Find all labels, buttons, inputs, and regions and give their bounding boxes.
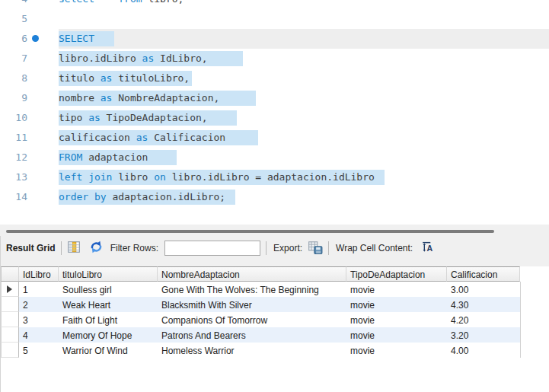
row-selector-cell[interactable] (1, 343, 19, 358)
column-header-tituloLibro[interactable]: tituloLibro (59, 266, 158, 282)
selected-text: libro.idLibro as IdLibro, (59, 51, 243, 66)
code-lines: 4select * from libro;56SELECT7libro.idLi… (0, 0, 549, 207)
selected-text: SELECT (59, 31, 114, 46)
editor-gutter: 9 (0, 88, 42, 108)
result-grid-title: Result Grid (6, 243, 56, 253)
filter-rows-input[interactable] (164, 241, 260, 256)
cell-Calificacion[interactable]: 3.00 (447, 282, 520, 297)
editor-gutter: 4 (0, 0, 42, 9)
row-selector-cell[interactable] (1, 327, 19, 343)
editor-gutter: 7 (0, 49, 42, 69)
refresh-icon[interactable] (90, 241, 103, 256)
code-line-10[interactable]: 10tipo as TipoDeAdaptacion, (0, 108, 549, 128)
cell-tituloLibro[interactable]: Memory Of Hope (59, 327, 158, 343)
cell-TipoDeAdaptacion[interactable]: movie (346, 343, 447, 358)
result-panel-header: Result Grid Filter Rows: (0, 225, 549, 266)
code-line-8[interactable]: 8titulo as tituloLibro, (0, 69, 549, 88)
editor-gutter: 14 (0, 187, 42, 207)
line-number: 9 (0, 88, 27, 108)
cell-tituloLibro[interactable]: Warrior Of Wind (59, 343, 158, 358)
mysql-workbench-sql-editor-panel: 4select * from libro;56SELECT7libro.idLi… (0, 0, 549, 392)
editor-gutter: 12 (0, 148, 42, 167)
column-header-Calificacion[interactable]: Calificacion (447, 266, 520, 282)
line-number: 10 (0, 108, 27, 128)
row-selector-cell[interactable] (1, 282, 19, 297)
wrap-cell-content-label: Wrap Cell Content: (336, 243, 413, 253)
cell-TipoDeAdaptacion[interactable]: movie (346, 327, 447, 343)
row-selector-cell[interactable] (1, 312, 19, 327)
toolbar-separator (61, 241, 62, 255)
table-row-5: 5Warrior Of WindHomeless Warriormovie4.0… (1, 343, 521, 358)
line-number: 7 (0, 49, 27, 69)
cell-tituloLibro[interactable]: Faith Of Light (59, 312, 158, 327)
result-grid-table: IdLibrotituloLibroNombreAdaptacionTipoDe… (1, 266, 521, 358)
result-grid-icon[interactable] (67, 241, 81, 256)
export-grid-save-icon[interactable] (308, 241, 323, 257)
code-line-13[interactable]: 13left join libro on libro.idLibro = ada… (0, 167, 549, 187)
export-label: Export: (273, 243, 302, 253)
table-row-2: 2Weak HeartBlacksmith With Silvermovie4.… (1, 297, 521, 312)
cell-TipoDeAdaptacion[interactable]: movie (346, 312, 447, 327)
cell-IdLibro[interactable]: 1 (19, 282, 59, 297)
row-selector-header[interactable] (1, 266, 19, 282)
table-row-3: 3Faith Of LightCompanions Of Tomorrowmov… (1, 312, 521, 327)
row-selector-cell[interactable] (1, 297, 19, 312)
code-line-11[interactable]: 11calificacion as Calificacion (0, 128, 549, 148)
cell-Calificacion[interactable]: 4.30 (447, 297, 520, 312)
svg-text:A: A (427, 244, 433, 253)
cell-TipoDeAdaptacion[interactable]: movie (346, 297, 447, 312)
code-line-9[interactable]: 9nombre as NombreAdaptacion, (0, 88, 549, 108)
selected-text: tipo as TipoDeAdaptacion, (59, 110, 237, 126)
editor-gutter: 13 (0, 167, 42, 187)
line-number: 14 (0, 187, 27, 207)
cell-IdLibro[interactable]: 5 (19, 343, 59, 358)
column-header-TipoDeAdaptacion[interactable]: TipoDeAdaptacion (346, 266, 447, 282)
panel-left-border (0, 236, 1, 392)
cell-NombreAdaptacion[interactable]: Patrons And Bearers (158, 327, 346, 343)
code-line-7[interactable]: 7libro.idLibro as IdLibro, (0, 49, 549, 69)
cell-Calificacion[interactable]: 4.20 (447, 312, 520, 327)
editor-gutter: 8 (0, 69, 42, 88)
column-header-NombreAdaptacion[interactable]: NombreAdaptacion (158, 266, 346, 282)
selected-text: titulo as tituloLibro, (59, 71, 192, 86)
editor-gutter: 5 (0, 9, 42, 29)
wrap-cell-content-icon[interactable]: A (420, 241, 433, 256)
selected-text: left join libro on libro.idLibro = adapt… (59, 170, 385, 185)
cell-NombreAdaptacion[interactable]: Homeless Warrior (158, 343, 346, 358)
cell-tituloLibro[interactable]: Weak Heart (59, 297, 158, 312)
toolbar-separator (328, 241, 329, 255)
cell-NombreAdaptacion[interactable]: Gone With The Wolves: The Beginning (158, 282, 346, 297)
code-line-14[interactable]: 14order by adaptacion.idLibro; (0, 187, 549, 207)
line-number: 4 (0, 0, 27, 9)
editor-gutter: 6 (0, 29, 42, 49)
selected-text: calificacion as Calificacion (59, 130, 258, 145)
cell-NombreAdaptacion[interactable]: Companions Of Tomorrow (158, 312, 346, 327)
cell-IdLibro[interactable]: 3 (19, 312, 59, 327)
cell-NombreAdaptacion[interactable]: Blacksmith With Silver (158, 297, 346, 312)
cell-IdLibro[interactable]: 4 (19, 327, 59, 343)
line-number: 13 (0, 167, 27, 187)
statement-marker-dot (32, 35, 39, 42)
editor-gutter: 11 (0, 128, 42, 148)
table-row-1: 1Soulless girlGone With The Wolves: The … (1, 282, 521, 297)
cell-tituloLibro[interactable]: Soulless girl (59, 282, 158, 297)
result-grid-body: 1Soulless girlGone With The Wolves: The … (1, 282, 521, 358)
selected-text: order by adaptacion.idLibro; (59, 190, 235, 205)
line-number: 11 (0, 128, 27, 148)
current-row-arrow-icon (7, 285, 12, 293)
code-line-6[interactable]: 6SELECT (0, 29, 549, 49)
sql-editor[interactable]: 4select * from libro;56SELECT7libro.idLi… (0, 0, 549, 225)
line-number: 12 (0, 148, 27, 167)
cell-Calificacion[interactable]: 4.00 (447, 343, 520, 358)
code-line-4[interactable]: 4select * from libro; (0, 0, 549, 9)
editor-results-splitter[interactable] (6, 230, 494, 233)
editor-gutter: 10 (0, 108, 42, 128)
code-line-12[interactable]: 12FROM adaptacion (0, 148, 549, 167)
line-number: 5 (0, 9, 27, 29)
cell-IdLibro[interactable]: 2 (19, 297, 59, 312)
cell-TipoDeAdaptacion[interactable]: movie (346, 282, 447, 297)
code-line-5[interactable]: 5 (0, 9, 549, 29)
column-header-IdLibro[interactable]: IdLibro (19, 266, 59, 282)
result-grid-header-row: IdLibrotituloLibroNombreAdaptacionTipoDe… (1, 266, 521, 282)
cell-Calificacion[interactable]: 3.20 (447, 327, 520, 343)
